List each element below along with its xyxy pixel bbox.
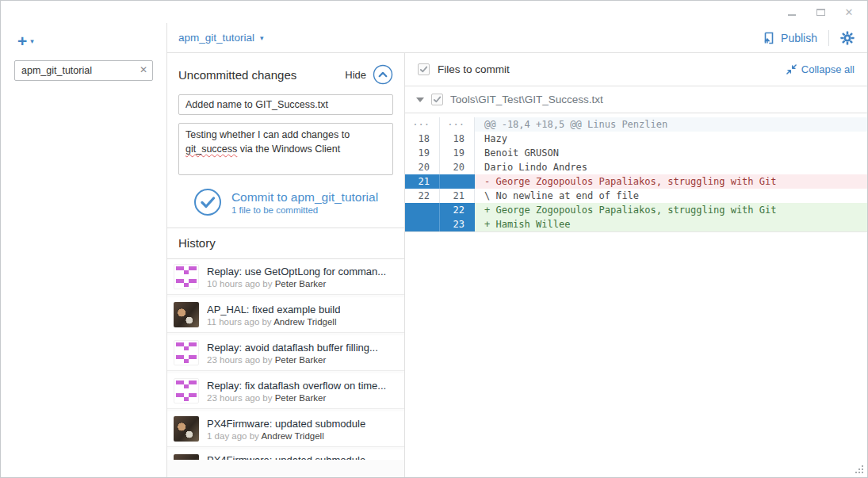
diff-row: 23 + Hamish Willee (405, 217, 867, 231)
history-commit-row[interactable]: AP_HAL: fixed example build 11 hours ago… (167, 297, 404, 333)
commit-title: Replay: fix dataflash overflow on time..… (207, 380, 386, 392)
avatar (174, 378, 199, 403)
history-header: History (167, 228, 404, 259)
new-line-number-gutter[interactable]: 22 (440, 203, 475, 217)
hide-label: Hide (345, 69, 366, 81)
avatar (174, 416, 199, 442)
files-to-commit-checkbox[interactable] (418, 63, 430, 75)
file-row[interactable]: Tools\GIT_Test\GIT_Success.txt (405, 86, 867, 113)
file-checkbox[interactable] (431, 94, 443, 105)
diff-view: ··· ··· @@ -18,4 +18,5 @@ Linus Penzlien… (405, 113, 867, 232)
maximize-button[interactable] (815, 6, 826, 17)
diff-line-text: + George Zogopoulos Papaliakos, struggli… (475, 203, 867, 217)
triangle-down-icon[interactable] (416, 98, 424, 102)
commit-meta: 23 hours ago by Peter Barker (207, 355, 378, 365)
history-commit-row[interactable]: Replay: fix dataflash overflow on time..… (167, 373, 404, 409)
commit-summary-input[interactable] (178, 94, 393, 115)
diff-row: 21 - George Zogopoulos Papaliakos, strug… (405, 174, 867, 189)
new-line-number-gutter[interactable]: 21 (440, 189, 475, 203)
add-repository-button[interactable]: + ▾ (17, 33, 34, 49)
repository-filter-input[interactable] (14, 60, 153, 81)
files-to-commit-label: Files to commit (438, 63, 510, 75)
description-text: Testing whether I can add changes to (185, 129, 350, 140)
history-commit-row[interactable]: Replay: use GetOptLong for comman... 10 … (167, 259, 404, 295)
publish-label: Publish (781, 32, 817, 44)
caret-down-icon: ▾ (30, 37, 34, 45)
collapse-icon (786, 64, 797, 75)
commit-description-textarea[interactable]: Testing whether I can add changes to git… (178, 123, 393, 175)
commit-title: PX4Firmware: updated submodule (207, 454, 365, 460)
check-circle-icon (193, 188, 222, 216)
old-line-number-gutter[interactable] (405, 203, 440, 217)
publish-button[interactable]: Publish (763, 32, 817, 44)
collapse-all-label: Collapse all (801, 63, 855, 75)
repository-title: apm_git_tutorial (178, 32, 254, 44)
app-window: ✕ + ▾ ✕ apm_git_tutorial ▾ (0, 0, 868, 478)
changes-panel: Uncommitted changes Hide Test (167, 53, 405, 478)
commit-title: Replay: avoid dataflash buffer filling..… (207, 342, 378, 354)
close-button[interactable]: ✕ (843, 6, 855, 17)
check-icon (433, 95, 442, 104)
diff-panel: Files to commit Collapse all (405, 53, 867, 478)
caret-down-icon: ▾ (260, 34, 264, 42)
old-line-number-gutter[interactable] (405, 217, 440, 231)
new-line-number-gutter[interactable]: ··· (440, 117, 475, 132)
collapse-all-link[interactable]: Collapse all (786, 63, 855, 75)
commit-meta: 10 hours ago by Peter Barker (207, 279, 386, 289)
commit-button-label: Commit to apm_git_tutorial (231, 190, 378, 205)
description-text: via the Windows Client (237, 143, 340, 155)
minimize-button[interactable] (786, 6, 797, 17)
repository-switcher[interactable]: apm_git_tutorial ▾ (178, 32, 264, 44)
commit-button[interactable]: Commit to apm_git_tutorial 1 file to be … (178, 185, 393, 218)
resize-grip[interactable] (862, 472, 863, 473)
commit-title: PX4Firmware: updated submodule (207, 418, 365, 430)
titlebar: ✕ (1, 1, 867, 23)
maximize-icon (816, 9, 825, 16)
old-line-number-gutter[interactable]: 18 (405, 132, 440, 146)
diff-line-text: @@ -18,4 +18,5 @@ Linus Penzlien (475, 117, 867, 132)
plus-icon: + (17, 33, 27, 49)
files-header: Files to commit Collapse all (405, 53, 867, 86)
header-separator (828, 30, 829, 46)
new-line-number-gutter[interactable]: 20 (440, 160, 475, 174)
history-title: History (178, 236, 216, 250)
new-line-number-gutter[interactable]: 19 (440, 146, 475, 160)
old-line-number-gutter[interactable]: 19 (405, 146, 440, 160)
diff-line-text: Hazy (475, 132, 867, 146)
diff-line-text: - George Zogopoulos Papaliakos, struggli… (475, 174, 867, 189)
diff-line-text: Dario Lindo Andres (475, 160, 867, 174)
old-line-number-gutter[interactable]: 20 (405, 160, 440, 174)
old-line-number-gutter[interactable]: 21 (405, 174, 440, 189)
diff-row: 18 18 Hazy (405, 132, 867, 146)
new-line-number-gutter[interactable] (440, 174, 475, 189)
clear-filter-icon[interactable]: ✕ (140, 65, 147, 75)
avatar (174, 264, 199, 289)
uncommitted-changes-title: Uncommitted changes (178, 68, 296, 82)
diff-row: 19 19 Benoit GRUSON (405, 146, 867, 160)
avatar (174, 302, 199, 327)
commit-title: AP_HAL: fixed example build (207, 304, 340, 315)
minimize-icon (788, 14, 796, 16)
diff-row: 20 20 Dario Lindo Andres (405, 160, 867, 174)
history-commit-row[interactable]: Replay: avoid dataflash buffer filling..… (167, 335, 404, 371)
diff-line-text: Benoit GRUSON (475, 146, 867, 160)
old-line-number-gutter[interactable]: ··· (405, 117, 440, 132)
history-commit-row[interactable]: PX4Firmware: updated submodule 1 day ago… (167, 411, 404, 447)
history-commit-row[interactable]: PX4Firmware: updated submodule 1 day ago… (167, 449, 404, 460)
commit-file-count: 1 file to be committed (231, 205, 378, 215)
new-line-number-gutter[interactable]: 23 (440, 217, 475, 231)
settings-gear-button[interactable] (840, 31, 855, 45)
publish-icon (763, 32, 775, 44)
diff-row: ··· ··· @@ -18,4 +18,5 @@ Linus Penzlien (405, 117, 867, 132)
gear-icon (840, 31, 855, 45)
commit-meta: 23 hours ago by Peter Barker (207, 393, 386, 403)
chevron-up-icon (373, 64, 393, 85)
main-header: apm_git_tutorial ▾ Publish (167, 23, 867, 53)
hide-toggle-button[interactable]: Hide (345, 64, 393, 85)
check-icon (419, 65, 428, 74)
new-line-number-gutter[interactable]: 18 (440, 132, 475, 146)
diff-line-text: \ No newline at end of file (475, 189, 867, 203)
close-icon: ✕ (845, 7, 854, 17)
old-line-number-gutter[interactable]: 22 (405, 189, 440, 203)
file-path: Tools\GIT_Test\GIT_Success.txt (450, 94, 603, 105)
